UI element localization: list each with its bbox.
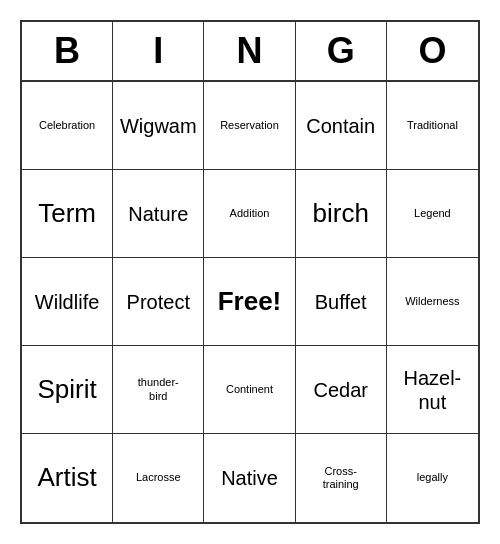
cell-content: Cross-training xyxy=(323,465,359,491)
cell-content: Wilderness xyxy=(405,295,459,308)
cell-content: Contain xyxy=(306,114,375,138)
cell-r1-c1: Nature xyxy=(113,170,204,258)
header-letter: B xyxy=(22,22,113,80)
cell-r1-c2: Addition xyxy=(204,170,295,258)
cell-content: Legend xyxy=(414,207,451,220)
cell-content: Term xyxy=(38,198,96,229)
header-letter: I xyxy=(113,22,204,80)
cell-r1-c4: Legend xyxy=(387,170,478,258)
cell-r4-c2: Native xyxy=(204,434,295,522)
cell-r2-c0: Wildlife xyxy=(22,258,113,346)
cell-r0-c0: Celebration xyxy=(22,82,113,170)
cell-content: Hazel-nut xyxy=(403,366,461,414)
bingo-grid: CelebrationWigwamReservationContainTradi… xyxy=(22,82,478,522)
cell-content: Protect xyxy=(127,290,190,314)
cell-r1-c3: birch xyxy=(296,170,387,258)
cell-content: Wigwam xyxy=(120,114,197,138)
cell-r3-c1: thunder-bird xyxy=(113,346,204,434)
header-letter: N xyxy=(204,22,295,80)
bingo-card: BINGO CelebrationWigwamReservationContai… xyxy=(20,20,480,524)
cell-r4-c3: Cross-training xyxy=(296,434,387,522)
cell-content: Celebration xyxy=(39,119,95,132)
cell-r2-c1: Protect xyxy=(113,258,204,346)
cell-r0-c4: Traditional xyxy=(387,82,478,170)
cell-content: Reservation xyxy=(220,119,279,132)
cell-r4-c1: Lacrosse xyxy=(113,434,204,522)
cell-content: thunder-bird xyxy=(138,376,179,402)
cell-r2-c2: Free! xyxy=(204,258,295,346)
header-letter: O xyxy=(387,22,478,80)
cell-r4-c4: legally xyxy=(387,434,478,522)
cell-content: Nature xyxy=(128,202,188,226)
cell-r0-c2: Reservation xyxy=(204,82,295,170)
cell-r3-c2: Continent xyxy=(204,346,295,434)
cell-content: Traditional xyxy=(407,119,458,132)
cell-content: Cedar xyxy=(313,378,367,402)
header-letter: G xyxy=(296,22,387,80)
cell-content: Artist xyxy=(37,462,96,493)
cell-r2-c3: Buffet xyxy=(296,258,387,346)
cell-content: Addition xyxy=(230,207,270,220)
cell-content: legally xyxy=(417,471,448,484)
cell-content: Wildlife xyxy=(35,290,99,314)
cell-content: Lacrosse xyxy=(136,471,181,484)
cell-content: Native xyxy=(221,466,278,490)
cell-r3-c3: Cedar xyxy=(296,346,387,434)
cell-r2-c4: Wilderness xyxy=(387,258,478,346)
cell-r3-c4: Hazel-nut xyxy=(387,346,478,434)
cell-r3-c0: Spirit xyxy=(22,346,113,434)
bingo-header: BINGO xyxy=(22,22,478,82)
cell-r0-c3: Contain xyxy=(296,82,387,170)
cell-content: birch xyxy=(313,198,369,229)
cell-content: Continent xyxy=(226,383,273,396)
cell-r4-c0: Artist xyxy=(22,434,113,522)
cell-content: Buffet xyxy=(315,290,367,314)
cell-content: Free! xyxy=(218,286,282,317)
cell-r1-c0: Term xyxy=(22,170,113,258)
cell-content: Spirit xyxy=(37,374,96,405)
cell-r0-c1: Wigwam xyxy=(113,82,204,170)
